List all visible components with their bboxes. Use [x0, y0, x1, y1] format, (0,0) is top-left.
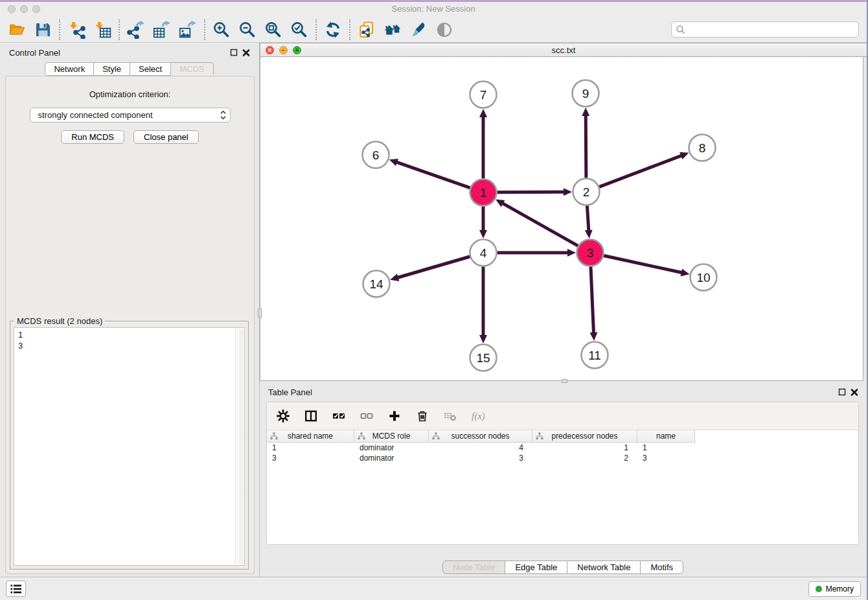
graph-node-2[interactable]: 2: [573, 179, 600, 205]
zoom-fit-button[interactable]: [260, 18, 286, 41]
table-settings-button[interactable]: [275, 408, 291, 424]
close-table-panel-button[interactable]: [851, 388, 858, 396]
zoom-in-button[interactable]: [209, 18, 234, 41]
table-cell[interactable]: 1: [637, 443, 694, 452]
float-table-panel-button[interactable]: [838, 388, 846, 396]
column-header-shared-name[interactable]: shared name: [267, 430, 354, 442]
function-builder-icon: f(x): [472, 410, 485, 422]
tab-mcds[interactable]: MCDS: [170, 62, 213, 76]
import-network-icon: [67, 21, 86, 39]
tab-network-table[interactable]: Network Table: [567, 560, 641, 574]
graph-edge-2-3[interactable]: [585, 205, 593, 238]
add-column-button[interactable]: [386, 408, 403, 424]
memory-button[interactable]: Memory: [808, 581, 861, 597]
table-cell[interactable]: 3: [267, 454, 354, 463]
float-control-panel-button[interactable]: [230, 49, 238, 56]
duplicate-network-button[interactable]: [354, 18, 380, 41]
export-network-button[interactable]: [123, 18, 149, 41]
graph-edge-1-7[interactable]: [479, 109, 487, 179]
delete-column-button[interactable]: [414, 408, 431, 424]
window-zoom-button[interactable]: [32, 5, 40, 13]
graph-edge-1-6[interactable]: [389, 159, 470, 188]
import-network-button[interactable]: [63, 18, 89, 41]
column-header-predecessor-nodes[interactable]: predecessor nodes: [532, 430, 637, 442]
graph-node-3[interactable]: 3: [577, 240, 604, 266]
network-canvas[interactable]: 7968124314101511: [260, 57, 863, 381]
mcds-result-group: MCDS result (2 nodes) 1 3: [10, 321, 249, 570]
network-frame-title: scc.txt: [260, 45, 867, 55]
save-session-button[interactable]: [30, 18, 56, 41]
zoom-selected-button[interactable]: [286, 18, 312, 41]
table-cell[interactable]: 1: [532, 443, 637, 452]
list-icon: [10, 583, 23, 595]
graph-node-7[interactable]: 7: [470, 82, 497, 108]
table-cell[interactable]: 3: [637, 454, 694, 463]
column-visibility-button[interactable]: [303, 408, 319, 424]
result-scrollbar[interactable]: [235, 329, 244, 564]
home-view-button[interactable]: [380, 18, 405, 41]
close-control-panel-button[interactable]: [242, 49, 250, 56]
table-toolbar: f(x): [267, 402, 858, 430]
zoom-out-button[interactable]: [234, 18, 260, 41]
deselect-all-button[interactable]: [358, 408, 375, 424]
function-builder-button[interactable]: f(x): [470, 408, 486, 424]
export-table-button[interactable]: [149, 18, 175, 41]
graph-edge-4-3[interactable]: [497, 249, 577, 257]
column-header-name[interactable]: name: [637, 430, 694, 442]
tab-select[interactable]: Select: [130, 62, 171, 76]
graph-node-14[interactable]: 14: [363, 271, 390, 297]
graph-node-11[interactable]: 11: [582, 342, 608, 369]
apply-style-button[interactable]: [405, 18, 431, 41]
window-minimize-button[interactable]: [20, 5, 28, 13]
splitter-handle[interactable]: [258, 308, 262, 317]
tab-node-table[interactable]: Node Table: [442, 560, 506, 574]
table-cell[interactable]: dominator: [354, 443, 429, 452]
window-close-button[interactable]: [8, 5, 16, 13]
frame-close-button[interactable]: ×: [266, 46, 274, 54]
svg-text:15: 15: [476, 351, 490, 365]
graph-edge-3-10[interactable]: [604, 256, 689, 277]
refresh-layout-button[interactable]: [320, 18, 346, 41]
tab-style[interactable]: Style: [93, 62, 130, 76]
graph-edge-2-8[interactable]: [599, 152, 689, 187]
export-image-button[interactable]: [175, 18, 201, 41]
graph-edge-3-11[interactable]: [589, 266, 597, 341]
network-frame-titlebar[interactable]: scc.txt × − +: [260, 43, 867, 57]
graph-node-9[interactable]: 9: [573, 80, 599, 107]
column-header-MCDS-role[interactable]: MCDS role: [354, 430, 429, 442]
criterion-dropdown[interactable]: strongly connected component: [30, 108, 231, 122]
search-input[interactable]: [686, 25, 854, 34]
graph-node-10[interactable]: 10: [691, 264, 717, 291]
table-cell[interactable]: 4: [429, 443, 532, 452]
tab-motifs[interactable]: Motifs: [640, 560, 683, 574]
graph-edge-1-4[interactable]: [479, 207, 487, 239]
table-cell[interactable]: 2: [532, 454, 637, 463]
graph-edge-1-2[interactable]: [497, 188, 572, 196]
tab-network[interactable]: Network: [45, 62, 94, 76]
close-mcds-panel-button[interactable]: Close panel: [133, 130, 199, 144]
show-panels-button[interactable]: [6, 581, 26, 597]
table-cell[interactable]: 1: [267, 443, 354, 452]
run-mcds-button[interactable]: Run MCDS: [61, 130, 124, 144]
open-session-button[interactable]: [4, 18, 30, 41]
select-all-button[interactable]: [330, 408, 347, 424]
graph-node-15[interactable]: 15: [470, 345, 497, 371]
table-cell[interactable]: 3: [429, 454, 532, 463]
graph-edge-2-9[interactable]: [582, 108, 589, 178]
graph-node-6[interactable]: 6: [363, 142, 389, 168]
column-header-successor-nodes[interactable]: successor nodes: [429, 430, 532, 442]
destroy-table-button[interactable]: [442, 408, 459, 424]
graph-edge-3-1[interactable]: [496, 200, 578, 246]
search-box[interactable]: [671, 21, 859, 38]
frame-minimize-button[interactable]: −: [279, 46, 288, 54]
show-graphics-details-button[interactable]: [431, 18, 457, 41]
tab-edge-table[interactable]: Edge Table: [505, 560, 567, 574]
frame-maximize-button[interactable]: +: [293, 46, 301, 54]
import-table-button[interactable]: [89, 18, 115, 41]
graph-edge-4-14[interactable]: [390, 257, 470, 281]
graph-node-8[interactable]: 8: [689, 135, 716, 161]
graph-edge-4-15[interactable]: [479, 267, 487, 344]
graph-node-1[interactable]: 1: [470, 179, 497, 206]
table-cell[interactable]: dominator: [354, 454, 429, 463]
graph-node-4[interactable]: 4: [470, 240, 497, 266]
